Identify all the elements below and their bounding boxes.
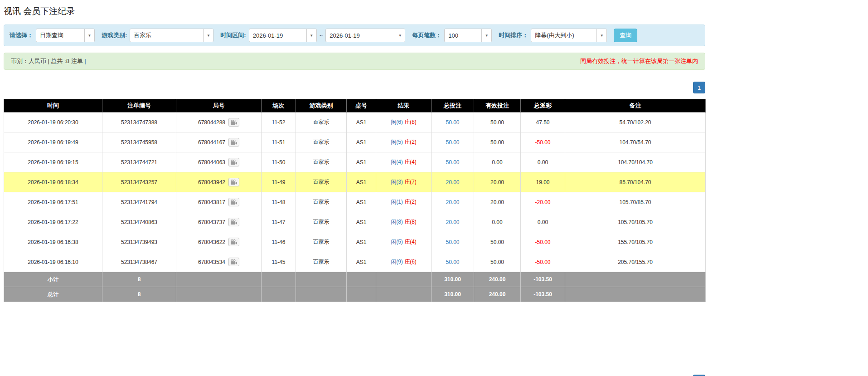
result-banker: 庄(2) [404, 139, 417, 145]
round-number: 678044167 [198, 139, 225, 146]
cell-valid-bet: 20.00 [474, 192, 521, 212]
cell-round: 678044063 [176, 152, 262, 172]
total-bet-link[interactable]: 50.00 [446, 159, 459, 166]
summary-bar: 币别：人民币 | 总共 :8 注单 | 同局有效投注，统一计算在该局第一张注单内 [4, 53, 705, 70]
page-size-select[interactable]: 100 ▼ [444, 29, 492, 42]
table-row[interactable]: 2026-01-19 06:19:49523134745958678044167… [4, 132, 706, 152]
summary-cell-time: 总计 [4, 287, 102, 302]
video-camera-icon[interactable] [228, 258, 239, 266]
cell-bet-id: 523134743257 [102, 172, 176, 192]
query-type-label: 请选择： [10, 31, 33, 39]
table-row[interactable]: 2026-01-19 06:17:51523134741794678043817… [4, 192, 706, 212]
cell-session: 11-51 [262, 132, 296, 152]
cell-game-type: 百家乐 [296, 112, 347, 132]
cell-game-type: 百家乐 [296, 232, 347, 252]
chevron-down-icon[interactable]: ▼ [395, 29, 405, 42]
result-player: 闲(9) [391, 259, 403, 265]
result-player: 闲(8) [391, 219, 403, 225]
result-banker: 庄(7) [404, 179, 417, 185]
cell-round: 678043942 [176, 172, 262, 192]
page-1-button[interactable]: 1 [693, 82, 705, 93]
cell-round: 678043534 [176, 252, 262, 272]
date-from-select[interactable]: 2026-01-19 ▼ [249, 29, 317, 42]
total-bet-link[interactable]: 50.00 [446, 139, 459, 146]
summary-cell-payout: -103.50 [521, 272, 565, 287]
total-bet-link[interactable]: 50.00 [446, 239, 459, 245]
round-number: 678043737 [198, 219, 225, 225]
column-header-table-no: 桌号 [347, 99, 376, 112]
table-row[interactable]: 2026-01-19 06:20:30523134747388678044288… [4, 112, 706, 132]
video-camera-icon[interactable] [228, 218, 239, 226]
summary-cell-total-bet: 310.00 [432, 272, 474, 287]
table-row[interactable]: 2026-01-19 06:17:22523134740863678043737… [4, 212, 706, 232]
cell-valid-bet: 20.00 [474, 172, 521, 192]
total-bet-link[interactable]: 20.00 [446, 219, 459, 225]
total-bet-link[interactable]: 20.00 [446, 179, 459, 186]
query-type-select[interactable]: 日期查询 ▼ [36, 29, 95, 42]
result-player: 闲(3) [391, 179, 403, 185]
total-bet-link[interactable]: 20.00 [446, 199, 459, 205]
date-to-select[interactable]: 2026-01-19 ▼ [325, 29, 405, 42]
cell-payout: -50.00 [521, 252, 565, 272]
chevron-down-icon[interactable]: ▼ [306, 29, 316, 42]
table-row[interactable]: 2026-01-19 06:19:15523134744721678044063… [4, 152, 706, 172]
cell-total-bet: 20.00 [432, 192, 474, 212]
page-root: 视讯 会员下注纪录 请选择： 日期查询 ▼ 游戏类别: 百家乐 ▼ 时间区间: … [0, 0, 709, 376]
cell-remark: 104.70/104.70 [565, 152, 706, 172]
summary-cell-game-type [296, 272, 347, 287]
video-camera-icon[interactable] [228, 238, 239, 246]
column-header-valid-bet: 有效投注 [474, 99, 521, 112]
cell-table-no: AS1 [347, 252, 376, 272]
result-player: 闲(1) [391, 199, 403, 205]
time-range-label: 时间区间: [220, 31, 246, 39]
cell-time: 2026-01-19 06:16:10 [4, 252, 102, 272]
cell-session: 11-45 [262, 252, 296, 272]
cell-table-no: AS1 [347, 212, 376, 232]
video-camera-icon[interactable] [228, 158, 239, 166]
cell-total-bet: 50.00 [432, 232, 474, 252]
cell-bet-id: 523134745958 [102, 132, 176, 152]
game-type-select[interactable]: 百家乐 ▼ [130, 29, 213, 42]
summary-cell-bet-id: 8 [102, 272, 176, 287]
cell-valid-bet: 50.00 [474, 232, 521, 252]
video-camera-icon[interactable] [228, 178, 239, 186]
cell-payout: 0.00 [521, 152, 565, 172]
result-player: 闲(5) [391, 239, 403, 245]
cell-bet-id: 523134744721 [102, 152, 176, 172]
chevron-down-icon[interactable]: ▼ [596, 29, 606, 42]
video-camera-icon[interactable] [228, 118, 239, 127]
cell-game-type: 百家乐 [296, 192, 347, 212]
column-header-total-bet: 总投注 [432, 99, 474, 112]
total-bet-link[interactable]: 50.00 [446, 259, 459, 265]
chevron-down-icon[interactable]: ▼ [84, 29, 94, 42]
result-banker: 庄(6) [404, 259, 417, 265]
time-sort-select[interactable]: 降幕(由大到小) ▼ [531, 29, 607, 42]
column-header-time: 时间 [4, 99, 102, 112]
cell-bet-id: 523134738467 [102, 252, 176, 272]
summary-cell-total-bet: 310.00 [432, 287, 474, 302]
cell-session: 11-49 [262, 172, 296, 192]
table-row[interactable]: 2026-01-19 06:16:38523134739493678043622… [4, 232, 706, 252]
summary-cell-table-no [347, 287, 376, 302]
search-button[interactable]: 查询 [614, 29, 637, 42]
summary-row: 小计8310.00240.00-103.50 [4, 272, 706, 287]
summary-cell-round [176, 287, 262, 302]
table-row[interactable]: 2026-01-19 06:16:10523134738467678043534… [4, 252, 706, 272]
cell-game-type: 百家乐 [296, 252, 347, 272]
round-wrap: 678044063 [198, 158, 239, 166]
column-header-remark: 备注 [565, 99, 706, 112]
cell-remark: 205.70/155.70 [565, 252, 706, 272]
summary-cell-round [176, 272, 262, 287]
result-player: 闲(4) [391, 159, 403, 165]
chevron-down-icon[interactable]: ▼ [203, 29, 213, 42]
video-camera-icon[interactable] [228, 198, 239, 206]
total-bet-link[interactable]: 50.00 [446, 119, 459, 126]
cell-table-no: AS1 [347, 132, 376, 152]
chevron-down-icon[interactable]: ▼ [481, 29, 491, 42]
video-camera-icon[interactable] [228, 138, 239, 146]
table-row[interactable]: 2026-01-19 06:18:34523134743257678043942… [4, 172, 706, 192]
column-header-payout: 总派彩 [521, 99, 565, 112]
table-header-row: 时间注单编号局号场次游戏类别桌号结果总投注有效投注总派彩备注 [4, 99, 706, 112]
cell-round: 678044288 [176, 112, 262, 132]
cell-total-bet: 50.00 [432, 132, 474, 152]
